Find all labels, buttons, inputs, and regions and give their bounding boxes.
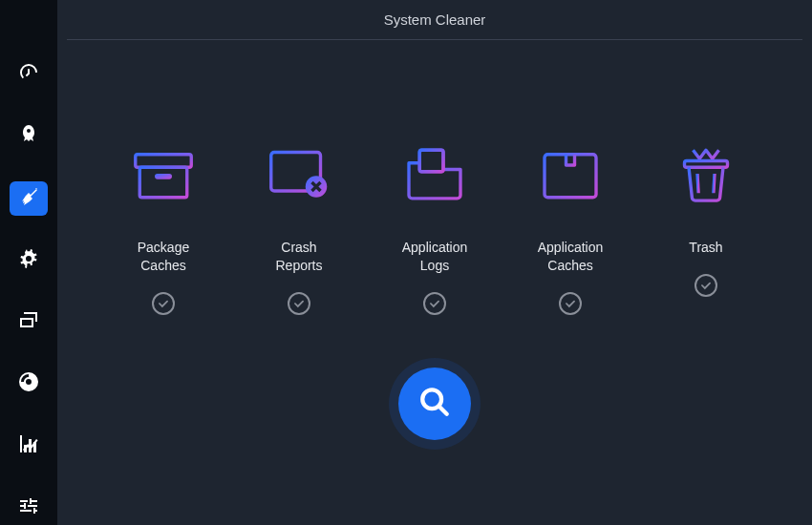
sliders-icon: [17, 494, 40, 521]
package-box-icon: [532, 136, 609, 212]
page-title: System Cleaner: [67, 11, 802, 40]
category-label: Package Caches: [138, 239, 189, 275]
scan-button-wrap: [67, 368, 802, 440]
main-content: System Cleaner Package Caches: [57, 0, 812, 525]
rocket-icon: [17, 123, 40, 150]
category-label: Trash: [689, 239, 722, 257]
sidebar-item-uninstaller[interactable]: [10, 367, 48, 402]
broom-icon: [17, 185, 40, 212]
sidebar-item-services[interactable]: [10, 242, 48, 278]
folder-doc-icon: [396, 136, 473, 212]
svg-rect-2: [155, 174, 172, 179]
svg-rect-16: [685, 161, 728, 168]
search-icon: [418, 386, 451, 422]
category-application-logs[interactable]: Application Logs: [373, 136, 497, 315]
svg-rect-12: [545, 155, 596, 198]
svg-line-21: [438, 406, 447, 414]
gears-icon: [17, 247, 40, 274]
disc-icon: [17, 370, 40, 397]
sidebar-item-processes[interactable]: [10, 304, 48, 340]
window-stack-icon: [17, 308, 40, 335]
sidebar-item-system-cleaner[interactable]: [10, 181, 48, 217]
svg-rect-0: [136, 155, 192, 168]
sidebar-item-settings[interactable]: [10, 490, 48, 525]
sidebar-item-dashboard[interactable]: [10, 57, 48, 93]
category-application-caches[interactable]: Application Caches: [508, 136, 632, 315]
category-grid: Package Caches Crash Reports: [67, 136, 802, 315]
category-label: Crash Reports: [275, 239, 322, 275]
category-checkbox[interactable]: [288, 292, 310, 315]
category-checkbox[interactable]: [423, 292, 446, 315]
category-label: Application Logs: [402, 239, 468, 275]
sidebar-item-startup-apps[interactable]: [10, 119, 48, 155]
crash-window-icon: [261, 136, 337, 212]
trash-icon: [668, 136, 744, 212]
category-trash[interactable]: Trash: [644, 136, 768, 315]
category-checkbox[interactable]: [559, 292, 582, 315]
gauge-icon: [17, 61, 40, 88]
scan-button[interactable]: [398, 368, 471, 440]
category-package-caches[interactable]: Package Caches: [101, 136, 225, 315]
category-crash-reports[interactable]: Crash Reports: [237, 136, 361, 315]
svg-line-19: [714, 174, 715, 193]
svg-line-17: [697, 174, 698, 193]
sidebar-item-resources[interactable]: [10, 429, 48, 464]
chart-icon: [17, 432, 40, 459]
category-checkbox[interactable]: [152, 292, 175, 315]
category-label: Application Caches: [538, 239, 604, 275]
sidebar: [0, 0, 57, 525]
svg-rect-1: [139, 167, 187, 198]
category-checkbox[interactable]: [694, 274, 717, 297]
box-archive-icon: [125, 136, 202, 212]
